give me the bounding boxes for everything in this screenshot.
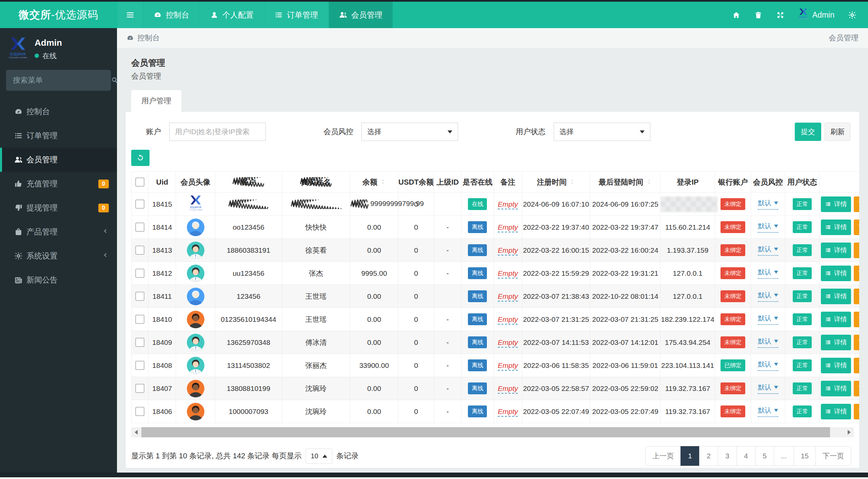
secondary-action-button[interactable]: 分 [854, 243, 859, 258]
risk-dropdown[interactable]: 默认 [758, 245, 778, 256]
pagination-page-4[interactable]: 4 [736, 446, 755, 466]
row-checkbox[interactable] [135, 269, 144, 278]
row-checkbox[interactable] [135, 292, 144, 301]
detail-button[interactable]: 详情 [821, 335, 851, 350]
submit-button[interactable]: 提交 [795, 123, 821, 141]
remark-link[interactable]: Empty [498, 361, 518, 371]
detail-button[interactable]: 详情 [821, 404, 851, 419]
secondary-action-button[interactable]: 分 [854, 381, 859, 396]
home-button[interactable] [725, 2, 747, 28]
secondary-action-button[interactable]: 分 [854, 289, 859, 304]
column-header-注册时间[interactable]: 注册时间 [522, 172, 590, 193]
pagination-prev[interactable]: 上一页 [645, 446, 681, 466]
scroll-left-arrow[interactable] [131, 427, 141, 437]
remark-link[interactable]: Empty [498, 408, 518, 417]
remark-link[interactable]: Empty [498, 246, 518, 255]
sidebar-item-会员管理[interactable]: 会员管理 [0, 148, 117, 172]
pagination-page-5[interactable]: 5 [755, 446, 774, 466]
risk-dropdown[interactable]: 默认 [758, 337, 778, 348]
remark-link[interactable]: Empty [498, 384, 518, 394]
row-checkbox[interactable] [135, 223, 144, 232]
row-checkbox[interactable] [135, 200, 144, 209]
search-input[interactable] [13, 76, 111, 85]
secondary-action-button[interactable]: 分 [854, 404, 859, 419]
detail-button[interactable]: 详情 [821, 381, 851, 396]
column-header-余额[interactable]: 余额 [350, 172, 398, 193]
select-all-checkbox[interactable] [135, 178, 144, 187]
admin-menu[interactable]: 优选源码库YOUXUAN YUANMA Admin [791, 2, 841, 28]
secondary-action-button[interactable]: 分 [854, 196, 859, 212]
sort-icon[interactable] [646, 180, 652, 186]
scroll-right-arrow[interactable] [844, 427, 854, 437]
risk-dropdown[interactable]: 默认 [758, 314, 778, 325]
reload-table-button[interactable] [131, 150, 150, 166]
secondary-action-button[interactable]: 分 [854, 312, 859, 327]
row-checkbox[interactable] [135, 315, 144, 324]
secondary-action-button[interactable]: 分 [854, 220, 859, 235]
nav-item-订单管理[interactable]: 订单管理 [264, 2, 328, 28]
row-checkbox[interactable] [135, 407, 144, 416]
risk-dropdown[interactable]: 默认 [758, 199, 778, 210]
detail-button[interactable]: 详情 [821, 243, 851, 258]
expand-icon [776, 11, 785, 19]
risk-dropdown[interactable]: 默认 [758, 291, 778, 302]
column-header-最后登陆时间[interactable]: 最后登陆时间 [590, 172, 660, 193]
pagination-page-15[interactable]: 15 [794, 446, 816, 466]
remark-link[interactable]: Empty [498, 315, 518, 325]
risk-dropdown[interactable]: 默认 [758, 383, 778, 394]
remark-link[interactable]: Empty [498, 269, 518, 278]
detail-button[interactable]: 详情 [821, 358, 851, 373]
risk-dropdown[interactable]: 默认 [758, 406, 778, 417]
brand[interactable]: 微交所-优选源码 [0, 2, 117, 28]
nav-item-控制台[interactable]: 控制台 [143, 2, 199, 28]
remark-link[interactable]: Empty [498, 200, 518, 209]
sidebar-item-提现管理[interactable]: 提现管理0 [0, 196, 117, 220]
scrollbar-thumb[interactable] [141, 427, 830, 437]
pagination-page-2[interactable]: 2 [699, 446, 718, 466]
account-search-input[interactable] [169, 123, 266, 141]
sidebar-toggle-button[interactable] [118, 2, 143, 28]
remark-link[interactable]: Empty [498, 223, 518, 232]
secondary-action-button[interactable]: 分 [854, 266, 859, 281]
sidebar-item-产品管理[interactable]: 产品管理 [0, 220, 117, 244]
pagination-ellipsis[interactable]: ... [774, 446, 794, 466]
settings-button[interactable] [841, 2, 863, 28]
nav-item-个人配置[interactable]: 个人配置 [200, 2, 264, 28]
trash-button[interactable] [747, 2, 769, 28]
risk-dropdown[interactable]: 默认 [758, 268, 778, 279]
fullscreen-button[interactable] [769, 2, 791, 28]
sort-icon[interactable] [569, 180, 575, 186]
pagination-page-1[interactable]: 1 [680, 446, 699, 466]
sidebar-item-充值管理[interactable]: 充值管理0 [0, 172, 117, 196]
secondary-action-button[interactable]: 分 [854, 358, 859, 373]
secondary-action-button[interactable]: 分 [854, 335, 859, 350]
risk-select[interactable]: 选择 [361, 123, 458, 141]
detail-button[interactable]: 详情 [821, 312, 851, 327]
sort-icon[interactable] [380, 180, 386, 186]
nav-item-会员管理[interactable]: 会员管理 [329, 2, 393, 28]
status-select[interactable]: 选择 [554, 123, 650, 141]
row-checkbox[interactable] [135, 384, 144, 393]
detail-button[interactable]: 详情 [821, 266, 851, 281]
risk-dropdown[interactable]: 默认 [758, 222, 778, 233]
row-checkbox[interactable] [135, 338, 144, 347]
detail-button[interactable]: 详情 [821, 220, 851, 235]
risk-dropdown[interactable]: 默认 [758, 360, 778, 371]
pagination-page-3[interactable]: 3 [718, 446, 737, 466]
horizontal-scrollbar[interactable] [131, 427, 854, 437]
refresh-button[interactable]: 刷新 [825, 123, 850, 141]
sidebar-item-控制台[interactable]: 控制台 [0, 100, 117, 124]
detail-button[interactable]: 详情 [821, 289, 851, 304]
breadcrumb-left[interactable]: 控制台 [126, 33, 160, 43]
sidebar-item-系统设置[interactable]: 系统设置 [0, 244, 117, 268]
row-checkbox[interactable] [135, 246, 144, 255]
sidebar-item-订单管理[interactable]: 订单管理 [0, 124, 117, 148]
row-checkbox[interactable] [135, 361, 144, 370]
sidebar-item-新闻公告[interactable]: 新闻公告 [0, 268, 117, 292]
detail-button[interactable]: 详情 [821, 196, 851, 212]
page-size-select[interactable]: 10 [305, 449, 332, 464]
pagination-next[interactable]: 下一页 [815, 446, 851, 466]
tab-user-management[interactable]: 用户管理 [131, 90, 181, 112]
remark-link[interactable]: Empty [498, 338, 518, 348]
remark-link[interactable]: Empty [498, 292, 518, 301]
